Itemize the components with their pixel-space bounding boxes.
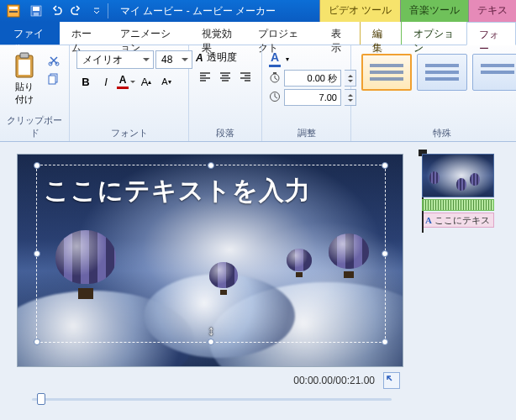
quick-access-toolbar <box>29 3 104 18</box>
resize-handle[interactable] <box>208 339 214 345</box>
svg-rect-8 <box>18 60 30 75</box>
effect-preset-1[interactable] <box>361 54 412 91</box>
shrink-font-button[interactable]: A▾ <box>157 72 176 91</box>
resize-cursor-icon: ↕ <box>208 323 214 339</box>
group-label-special: 特殊 <box>358 125 516 139</box>
group-label-paragraph: 段落 <box>196 125 255 139</box>
effect-preset-2[interactable] <box>417 54 467 91</box>
tab-view[interactable]: 表示 <box>319 22 360 45</box>
group-label-clipboard: クリップボード <box>7 113 62 139</box>
svg-rect-4 <box>33 7 39 11</box>
svg-rect-2 <box>9 11 18 13</box>
paste-label: 貼り 付け <box>15 81 34 106</box>
tab-options[interactable]: オプション <box>401 22 466 45</box>
text-edit-box[interactable]: ここにテキストを入力 ↕ <box>36 165 386 343</box>
font-color-button[interactable]: A <box>117 72 135 91</box>
context-tab-video[interactable]: ビデオ ツール <box>319 0 400 22</box>
resize-handle[interactable] <box>382 162 388 169</box>
svg-rect-14 <box>273 72 276 74</box>
text-style-button[interactable]: A▾ <box>269 50 356 67</box>
font-name-dropdown[interactable]: メイリオ <box>76 50 154 69</box>
text-clip-label: ここにテキス <box>434 214 490 227</box>
context-tab-text[interactable]: テキス <box>468 0 516 22</box>
group-label-font: フォント <box>76 125 182 139</box>
qat-dropdown-icon[interactable] <box>89 3 104 18</box>
tab-file[interactable]: ファイル <box>0 22 60 45</box>
resize-handle[interactable] <box>382 250 388 257</box>
svg-rect-12 <box>49 76 55 84</box>
grow-font-button[interactable]: A▴ <box>137 72 155 91</box>
undo-icon[interactable] <box>49 3 64 18</box>
context-tab-audio[interactable]: 音楽ツール <box>400 0 468 22</box>
window-title: マイ ムービー - ムービー メーカー <box>120 4 276 18</box>
seek-thumb[interactable] <box>37 393 45 405</box>
align-center-button[interactable] <box>216 68 234 87</box>
align-left-button[interactable] <box>196 68 214 87</box>
italic-button[interactable]: I <box>97 72 115 91</box>
tab-edit[interactable]: 編集 <box>360 22 401 45</box>
font-size-dropdown[interactable]: 48 <box>155 50 192 69</box>
svg-rect-5 <box>34 13 39 16</box>
system-menu-icon[interactable] <box>3 3 24 19</box>
tab-project[interactable]: プロジェクト <box>246 22 319 45</box>
redo-icon[interactable] <box>69 3 84 18</box>
resize-handle[interactable] <box>34 162 40 169</box>
tab-visual-effects[interactable]: 視覚効果 <box>190 22 246 45</box>
ribbon: 貼り 付け クリップボード メイリオ 48 B I A A▴ A▾ <box>0 45 516 142</box>
preview-canvas[interactable]: ここにテキストを入力 ↕ <box>17 154 403 367</box>
resize-handle[interactable] <box>34 250 40 257</box>
copy-icon[interactable] <box>45 71 62 87</box>
transparency-button[interactable]: A透明度 <box>196 50 255 65</box>
paste-button[interactable]: 貼り 付け <box>7 49 42 106</box>
tab-format[interactable]: フォー <box>466 22 516 45</box>
bold-button[interactable]: B <box>76 72 95 91</box>
start-time-input[interactable]: 0.00 秒 <box>284 70 341 87</box>
audio-clip[interactable] <box>422 199 494 211</box>
svg-rect-7 <box>20 53 29 58</box>
timeline-pane: A ここにテキス <box>419 142 516 420</box>
ribbon-tabs: ファイル ホーム アニメーション 視覚効果 プロジェクト 表示 編集 オプション… <box>0 22 516 45</box>
tab-animation[interactable]: アニメーション <box>108 22 189 45</box>
resize-handle[interactable] <box>382 339 388 345</box>
preview-pane: ここにテキストを入力 ↕ 00:00.00/00:21.00 <box>0 142 419 420</box>
workspace: ここにテキストを入力 ↕ 00:00.00/00:21.00 <box>0 142 516 420</box>
resize-handle[interactable] <box>208 162 214 169</box>
seek-slider[interactable] <box>24 396 400 402</box>
tab-home[interactable]: ホーム <box>60 22 108 45</box>
group-label-adjust: 調整 <box>269 125 344 139</box>
duration-input[interactable]: 7.00 <box>284 89 341 106</box>
effect-preset-3[interactable] <box>472 54 516 91</box>
start-time-icon <box>269 71 281 86</box>
cut-icon[interactable] <box>45 52 62 69</box>
text-clip-icon: A <box>425 215 432 225</box>
text-clip[interactable]: A ここにテキス <box>422 213 494 228</box>
text-placeholder[interactable]: ここにテキストを入力 <box>37 165 385 208</box>
playback-time: 00:00.00/00:21.00 <box>293 375 375 386</box>
fullscreen-button[interactable] <box>383 372 400 389</box>
save-icon[interactable] <box>29 3 44 18</box>
svg-rect-1 <box>9 7 18 9</box>
title-bar: マイ ムービー - ムービー メーカー ビデオ ツール 音楽ツール テキス <box>0 0 516 22</box>
resize-handle[interactable] <box>34 339 40 345</box>
align-right-button[interactable] <box>236 68 255 87</box>
duration-icon <box>269 91 281 105</box>
video-clip-thumbnail[interactable] <box>422 154 494 197</box>
